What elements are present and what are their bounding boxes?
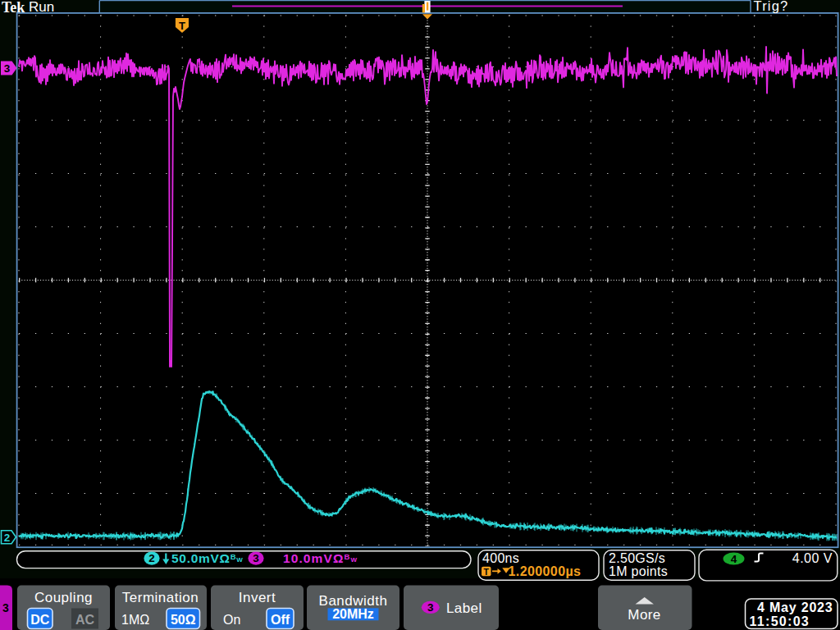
svg-text:Bandwidth: Bandwidth: [319, 593, 388, 609]
svg-text:50Ω: 50Ω: [171, 613, 196, 627]
svg-text:Tek: Tek: [2, 0, 25, 16]
svg-text:2: 2: [4, 532, 11, 544]
svg-text:On: On: [223, 613, 240, 627]
svg-text:Termination: Termination: [122, 590, 199, 605]
svg-text:Invert: Invert: [239, 590, 276, 605]
svg-text:Trig?: Trig?: [754, 0, 789, 13]
svg-text:2: 2: [148, 552, 155, 564]
svg-text:4: 4: [731, 553, 737, 565]
svg-text:Label: Label: [446, 600, 482, 616]
svg-text:20MHz: 20MHz: [332, 607, 374, 621]
svg-text:Coupling: Coupling: [34, 590, 93, 605]
svg-text:400ns: 400ns: [482, 551, 519, 565]
svg-text:4 May 2023: 4 May 2023: [757, 600, 833, 614]
svg-text:AC: AC: [75, 613, 95, 627]
svg-text:T: T: [484, 567, 490, 577]
svg-text:2.50GS/s: 2.50GS/s: [609, 551, 665, 565]
svg-text:1.200000µs: 1.200000µs: [509, 564, 582, 578]
svg-text:More: More: [628, 607, 660, 623]
svg-text:3: 3: [2, 601, 9, 614]
svg-text:Off: Off: [271, 613, 290, 627]
svg-text:3: 3: [253, 552, 259, 564]
svg-text:3: 3: [4, 62, 11, 75]
svg-text:Run: Run: [29, 0, 54, 15]
svg-text:4.00 V: 4.00 V: [792, 551, 833, 565]
svg-text:DC: DC: [30, 613, 50, 627]
svg-text:11:50:03: 11:50:03: [750, 614, 810, 628]
svg-text:3: 3: [427, 601, 434, 614]
svg-text:1MΩ: 1MΩ: [121, 613, 149, 627]
svg-text:1M points: 1M points: [609, 564, 668, 578]
svg-text:T: T: [179, 20, 185, 32]
